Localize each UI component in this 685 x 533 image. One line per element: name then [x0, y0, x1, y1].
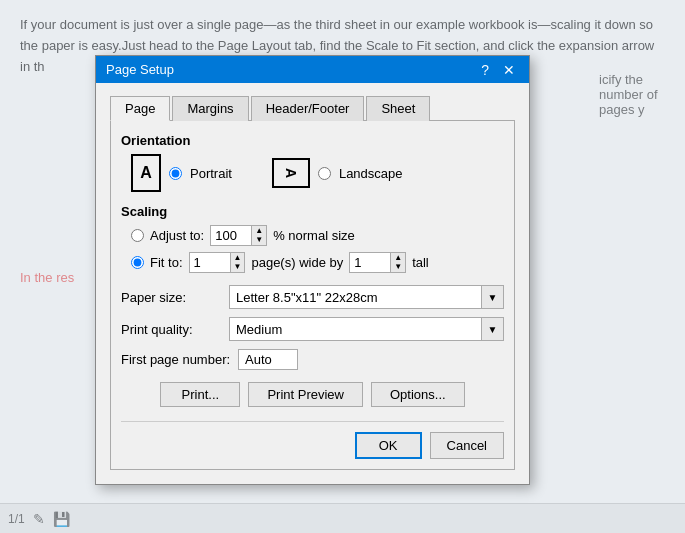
title-controls: ? ✕ — [477, 63, 519, 77]
fit-wide-spin-down[interactable]: ▼ — [231, 263, 245, 273]
landscape-label: Landscape — [339, 166, 403, 181]
ok-cancel-row: OK Cancel — [121, 421, 504, 459]
print-quality-label: Print quality: — [121, 322, 221, 337]
fit-wide-spin-btns: ▲ ▼ — [230, 253, 245, 272]
cancel-button[interactable]: Cancel — [430, 432, 504, 459]
fit-pages-wide-label: page(s) wide by — [251, 255, 343, 270]
adjust-spin-btns: ▲ ▼ — [251, 226, 266, 245]
print-quality-select-wrap: ▼ — [229, 317, 504, 341]
fit-wide-spin-up[interactable]: ▲ — [231, 253, 245, 263]
fit-label: Fit to: — [150, 255, 183, 270]
fit-wide-input[interactable] — [190, 253, 230, 272]
adjust-spin-up[interactable]: ▲ — [252, 226, 266, 236]
close-button[interactable]: ✕ — [499, 63, 519, 77]
adjust-suffix: % normal size — [273, 228, 355, 243]
fit-tall-spin-btns: ▲ ▼ — [390, 253, 405, 272]
paper-size-label: Paper size: — [121, 290, 221, 305]
fit-radio[interactable] — [131, 256, 144, 269]
portrait-option[interactable]: A Portrait — [131, 154, 232, 192]
landscape-radio[interactable] — [318, 167, 331, 180]
print-preview-button[interactable]: Print Preview — [248, 382, 363, 407]
scaling-section: Scaling Adjust to: ▲ ▼ % norm — [121, 204, 504, 273]
landscape-icon: A — [272, 158, 310, 188]
scaling-label: Scaling — [121, 204, 504, 219]
tab-sheet[interactable]: Sheet — [366, 96, 430, 121]
first-page-number-label: First page number: — [121, 352, 230, 367]
ok-button[interactable]: OK — [355, 432, 422, 459]
portrait-radio[interactable] — [169, 167, 182, 180]
tab-margins[interactable]: Margins — [172, 96, 248, 121]
fit-tall-spin-down[interactable]: ▼ — [391, 263, 405, 273]
adjust-radio[interactable] — [131, 229, 144, 242]
fit-tall-spin-up[interactable]: ▲ — [391, 253, 405, 263]
adjust-to-row: Adjust to: ▲ ▼ % normal size — [131, 225, 504, 246]
page-setup-dialog: Page Setup ? ✕ Page Margins Header/Foote… — [95, 55, 530, 485]
action-buttons-row: Print... Print Preview Options... — [121, 382, 504, 407]
tab-header-footer[interactable]: Header/Footer — [251, 96, 365, 121]
dialog-body: Page Margins Header/Footer Sheet Orienta… — [96, 83, 529, 484]
fit-to-row: Fit to: ▲ ▼ page(s) wide by — [131, 252, 504, 273]
paper-size-input[interactable] — [230, 287, 481, 308]
adjust-spin-down[interactable]: ▼ — [252, 236, 266, 246]
fit-tall-wrap: ▲ ▼ — [349, 252, 406, 273]
paper-size-dropdown-arrow[interactable]: ▼ — [481, 286, 503, 308]
orientation-label: Orientation — [121, 133, 504, 148]
options-button[interactable]: Options... — [371, 382, 465, 407]
portrait-icon: A — [131, 154, 161, 192]
adjust-value-wrap: ▲ ▼ — [210, 225, 267, 246]
tab-content-page: Orientation A Portrait A — [110, 121, 515, 470]
adjust-label: Adjust to: — [150, 228, 204, 243]
tab-page[interactable]: Page — [110, 96, 170, 121]
tab-bar: Page Margins Header/Footer Sheet — [110, 95, 515, 121]
scaling-content: Adjust to: ▲ ▼ % normal size — [121, 225, 504, 273]
paper-size-select-wrap: ▼ — [229, 285, 504, 309]
help-button[interactable]: ? — [477, 63, 493, 77]
portrait-label: Portrait — [190, 166, 232, 181]
print-quality-input[interactable] — [230, 319, 481, 340]
landscape-option[interactable]: A Landscape — [272, 158, 403, 188]
fit-tall-input[interactable] — [350, 253, 390, 272]
fit-wide-wrap: ▲ ▼ — [189, 252, 246, 273]
dialog-titlebar: Page Setup ? ✕ — [96, 56, 529, 83]
print-quality-row: Print quality: ▼ — [121, 317, 504, 341]
first-page-number-row: First page number: — [121, 349, 504, 370]
adjust-value-input[interactable] — [211, 226, 251, 245]
orientation-section: Orientation A Portrait A — [121, 133, 504, 192]
print-quality-dropdown-arrow[interactable]: ▼ — [481, 318, 503, 340]
fit-tall-label: tall — [412, 255, 429, 270]
dialog-title: Page Setup — [106, 62, 174, 77]
first-page-number-input[interactable] — [238, 349, 298, 370]
print-button[interactable]: Print... — [160, 382, 240, 407]
orientation-options: A Portrait A Landscape — [121, 154, 504, 192]
paper-size-row: Paper size: ▼ — [121, 285, 504, 309]
